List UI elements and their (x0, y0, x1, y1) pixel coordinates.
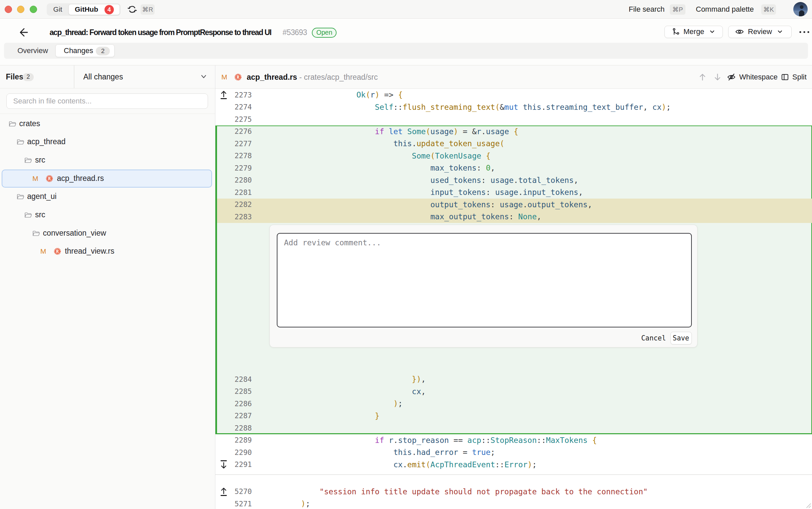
review-button[interactable]: Review (728, 26, 792, 38)
pr-header: acp_thread: Forward token usage from Pro… (0, 20, 812, 66)
file-search-button[interactable]: File search (629, 0, 665, 19)
tab-github-label: GitHub (75, 5, 98, 13)
code-line: input_tokens: usage.input_tokens, (264, 186, 583, 199)
whitespace-toggle[interactable]: Whitespace (727, 65, 778, 89)
tree-folder-label: src (35, 156, 45, 165)
tab-changes[interactable]: Changes 2 (56, 44, 114, 57)
window-minimize-button[interactable] (17, 6, 24, 13)
code-line: Some(TokenUsage { (264, 150, 491, 162)
refresh-button[interactable] (128, 5, 137, 14)
github-notification-badge: 4 (104, 5, 114, 14)
tree-file-acp_thread.rs[interactable]: MRacp_thread.rs (0, 170, 215, 188)
search-input[interactable] (13, 94, 200, 108)
tree-folder-src[interactable]: src (0, 206, 215, 224)
command-palette-button[interactable]: Command palette (696, 0, 754, 19)
file-modified-badge: M (40, 247, 46, 255)
diff-line-2291[interactable]: 2291 cx.emit(AcpThreadEvent::Error); (215, 459, 812, 471)
comment-save-button[interactable]: Save (670, 332, 692, 344)
tree-folder-label: crates (20, 119, 40, 128)
diff-file-name: acp_thread.rs (247, 73, 297, 82)
expand-up-button[interactable] (220, 90, 228, 99)
git-merge-icon (672, 28, 680, 36)
expand-up-button[interactable] (220, 487, 228, 496)
diff-line-2282[interactable]: 2282 output_tokens: usage.output_tokens, (215, 199, 812, 211)
comment-cancel-button[interactable]: Cancel (641, 332, 666, 344)
previous-change-button[interactable] (698, 73, 707, 83)
window-resize-grip[interactable] (803, 500, 811, 508)
diff-line-2281[interactable]: 2281 input_tokens: usage.input_tokens, (215, 186, 812, 199)
diff-line-5270[interactable]: 5270 "session info title update should n… (215, 486, 812, 498)
tree-folder-label: acp_thread (27, 137, 65, 146)
hunk-separator (215, 471, 812, 486)
folder-icon (24, 212, 32, 218)
merge-button[interactable]: Merge (665, 26, 723, 38)
diff-line-2276[interactable]: 2276 if let Some(usage) = &r.usage { (215, 126, 812, 138)
diff-line-2273[interactable]: 2273 Ok(r) => { (215, 89, 812, 101)
tree-folder-crates[interactable]: crates (0, 115, 215, 133)
code-line: ); (264, 498, 310, 509)
line-number: 2286 (235, 398, 252, 410)
diff-line-2288[interactable]: 2288 (215, 422, 812, 434)
tree-folder-label: agent_ui (27, 192, 57, 201)
diff-line-2275[interactable]: 2275 (215, 113, 812, 126)
user-avatar[interactable] (793, 2, 808, 16)
svg-text:R: R (56, 249, 59, 254)
diff-line-2289[interactable]: 2289 if r.stop_reason == acp::StopReason… (215, 434, 812, 447)
diff-line-2285[interactable]: 2285 cx, (215, 385, 812, 398)
pr-title: acp_thread: Forward token usage from Pro… (50, 28, 271, 37)
diff-line-2284[interactable]: 2284 }), (215, 373, 812, 385)
diff-line-2287[interactable]: 2287 } (215, 410, 812, 422)
line-number: 2275 (235, 113, 252, 126)
line-number: 2288 (235, 422, 252, 434)
tab-changes-label: Changes (64, 46, 93, 55)
next-change-button[interactable] (713, 73, 722, 83)
sidebar-header: Files 2 All changes (0, 65, 215, 89)
diff-file-title: acp_thread.rs - crates/acp_thread/src (247, 65, 378, 89)
diff-line-2278[interactable]: 2278 Some(TokenUsage { (215, 150, 812, 162)
diff-line-2280[interactable]: 2280 used_tokens: usage.total_tokens, (215, 174, 812, 186)
diff-line-5271[interactable]: 5271 ); (215, 498, 812, 509)
back-button[interactable] (16, 26, 31, 38)
code-line: max_tokens: 0, (264, 162, 495, 174)
diff-file-header: M R acp_thread.rs - crates/acp_thread/sr… (215, 65, 812, 89)
filter-chevron-down-icon (200, 74, 208, 79)
changes-filter-dropdown[interactable]: All changes (74, 65, 215, 89)
diff-line-2277[interactable]: 2277 this.update_token_usage( (215, 137, 812, 150)
ellipsis-icon (799, 30, 810, 34)
tab-overview[interactable]: Overview (14, 43, 51, 59)
split-toggle[interactable]: Split (781, 65, 807, 89)
window-maximize-button[interactable] (30, 6, 37, 13)
window-close-button[interactable] (5, 6, 12, 13)
diff-line-2290[interactable]: 2290 this.had_error = true; (215, 446, 812, 459)
tab-git[interactable]: Git (47, 3, 69, 16)
code-line: "session info title update should not pr… (264, 486, 648, 498)
merge-button-label: Merge (683, 27, 704, 36)
eye-slash-icon (727, 73, 736, 81)
tree-folder-acp_thread[interactable]: acp_thread (0, 133, 215, 151)
whitespace-toggle-label: Whitespace (739, 73, 778, 81)
expand-down-icon (220, 460, 228, 469)
tree-file-thread_view.rs[interactable]: MRthread_view.rs (0, 242, 215, 261)
diff-line-2283[interactable]: 2283 max_output_tokens: None, (215, 211, 812, 223)
file-tree: cratesacp_threadsrcMRacp_thread.rsagent_… (0, 115, 215, 261)
expand-down-button[interactable] (220, 460, 228, 469)
diff-line-2274[interactable]: 2274 Self::flush_streaming_text(&mut thi… (215, 101, 812, 113)
tree-folder-src[interactable]: src (0, 151, 215, 170)
tree-folder-agent_ui[interactable]: agent_ui (0, 188, 215, 206)
review-comment-panel: Cancel Save (269, 225, 698, 347)
diff-line-2286[interactable]: 2286 ); (215, 398, 812, 410)
line-number: 2280 (235, 174, 252, 186)
tree-folder-conversation_view[interactable]: conversation_view (0, 224, 215, 243)
line-number: 2287 (235, 410, 252, 422)
folder-icon (32, 230, 40, 237)
line-number: 2290 (235, 446, 252, 459)
pr-tabs: Overview Changes 2 (4, 43, 808, 59)
tab-github[interactable]: GitHub 4 (68, 4, 120, 15)
review-comment-input[interactable] (277, 233, 692, 328)
rust-file-icon: R (234, 73, 242, 82)
diff-line-2279[interactable]: 2279 max_tokens: 0, (215, 162, 812, 174)
more-options-button[interactable] (798, 28, 811, 36)
line-number: 2281 (235, 186, 252, 199)
files-label: Files (6, 65, 23, 89)
code-line: this.had_error = true; (264, 446, 495, 459)
